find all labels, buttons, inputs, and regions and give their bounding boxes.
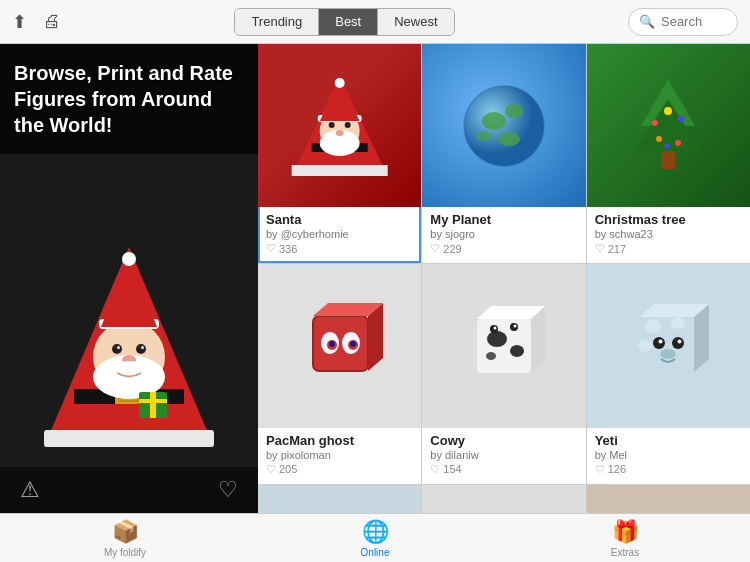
my-foldify-label: My foldify — [104, 547, 146, 558]
figure-thumb-6 — [258, 485, 421, 513]
svg-point-54 — [329, 341, 335, 347]
top-bar-left: ⬆ 🖨 — [12, 11, 61, 33]
figure-author-0: by @cyberhomie — [266, 228, 413, 240]
figure-cell-3[interactable]: PacMan ghost by pixoloman ♡ 205 — [258, 264, 421, 483]
santa-svg — [29, 237, 229, 457]
heart-icon[interactable]: ♡ — [218, 477, 238, 503]
search-box: 🔍 — [628, 8, 738, 36]
svg-point-12 — [113, 361, 145, 377]
segment-control: Trending Best Newest — [234, 8, 454, 36]
svg-point-40 — [664, 107, 672, 115]
figure-thumb-3 — [258, 264, 421, 427]
heart-icon-5: ♡ — [595, 463, 605, 476]
tab-trending[interactable]: Trending — [235, 9, 319, 35]
figure-author-1: by sjogro — [430, 228, 577, 240]
search-input[interactable] — [661, 14, 731, 29]
svg-rect-39 — [661, 151, 675, 169]
extras-icon: 🎁 — [612, 519, 639, 545]
figure-cell-6[interactable]: Feed Me — [258, 485, 421, 513]
svg-point-75 — [678, 339, 682, 343]
heart-icon-0: ♡ — [266, 242, 276, 255]
svg-point-25 — [329, 122, 335, 128]
svg-point-7 — [112, 344, 122, 354]
figure-cell-2[interactable]: Christmas tree by schwa23 ♡ 217 — [587, 44, 750, 263]
figure-likes-5: ♡ 126 — [595, 463, 742, 476]
banner-text: Browse, Print and Rate Figures from Arou… — [14, 60, 244, 138]
figure-likes-1: ♡ 229 — [430, 242, 577, 255]
svg-point-41 — [652, 120, 658, 126]
share-icon[interactable]: ⬆ — [12, 11, 27, 33]
svg-point-70 — [671, 317, 685, 329]
figure-name-5: Yeti — [595, 433, 742, 448]
svg-point-61 — [486, 352, 496, 360]
figure-thumb-0 — [258, 44, 421, 207]
heart-icon-1: ♡ — [430, 242, 440, 255]
svg-marker-14 — [101, 257, 157, 327]
figure-cell-4[interactable]: Cowy by dilaniw ♡ 154 — [422, 264, 585, 483]
figure-cell-8[interactable]: Mammoth — [587, 485, 750, 513]
svg-point-69 — [645, 319, 661, 333]
figure-info-5: Yeti by Mel ♡ 126 — [587, 428, 750, 484]
svg-point-15 — [122, 252, 136, 266]
svg-point-8 — [136, 344, 146, 354]
figure-cell-1[interactable]: My Planet by sjogro ♡ 229 — [422, 44, 585, 263]
svg-point-71 — [638, 340, 652, 352]
santa-figure — [0, 154, 258, 467]
tab-best[interactable]: Best — [319, 9, 378, 35]
figure-info-0: Santa by @cyberhomie ♡ 336 — [258, 207, 421, 263]
heart-icon-2: ♡ — [595, 242, 605, 255]
figure-name-2: Christmas tree — [595, 212, 742, 227]
svg-point-76 — [660, 349, 676, 359]
svg-point-26 — [345, 122, 351, 128]
warning-icon[interactable]: ⚠ — [20, 477, 40, 503]
figure-info-3: PacMan ghost by pixoloman ♡ 205 — [258, 428, 421, 484]
figure-cell-7[interactable]: Krankenwagen (final) — [422, 485, 585, 513]
svg-point-64 — [493, 326, 496, 329]
figure-likes-3: ♡ 205 — [266, 463, 413, 476]
svg-point-42 — [678, 116, 684, 122]
heart-icon-4: ♡ — [430, 463, 440, 476]
figure-author-3: by pixoloman — [266, 449, 413, 461]
main-content: Browse, Print and Rate Figures from Arou… — [0, 44, 750, 513]
svg-point-9 — [117, 346, 120, 349]
figure-cell-5[interactable]: Yeti by Mel ♡ 126 — [587, 264, 750, 483]
figure-name-1: My Planet — [430, 212, 577, 227]
figures-grid: Santa by @cyberhomie ♡ 336 — [258, 44, 750, 513]
figure-likes-4: ♡ 154 — [430, 463, 577, 476]
tab-my-foldify[interactable]: 📦 My foldify — [0, 514, 250, 562]
svg-point-35 — [476, 131, 492, 141]
figure-thumb-8 — [587, 485, 750, 513]
figure-thumb-2 — [587, 44, 750, 207]
figure-author-5: by Mel — [595, 449, 742, 461]
svg-point-44 — [675, 140, 681, 146]
svg-point-45 — [665, 143, 670, 148]
figure-likes-0: ♡ 336 — [266, 242, 413, 255]
svg-point-10 — [141, 346, 144, 349]
svg-point-59 — [487, 331, 507, 347]
right-panel[interactable]: Santa by @cyberhomie ♡ 336 — [258, 44, 750, 513]
figure-thumb-1 — [422, 44, 585, 207]
figure-name-4: Cowy — [430, 433, 577, 448]
online-label: Online — [361, 547, 390, 558]
left-panel: Browse, Print and Rate Figures from Arou… — [0, 44, 258, 513]
extras-label: Extras — [611, 547, 639, 558]
svg-rect-18 — [150, 392, 156, 418]
figure-author-4: by dilaniw — [430, 449, 577, 461]
tab-extras[interactable]: 🎁 Extras — [500, 514, 750, 562]
left-bottom: ⚠ ♡ — [0, 467, 258, 513]
figure-cell-0[interactable]: Santa by @cyberhomie ♡ 336 — [258, 44, 421, 263]
svg-point-74 — [659, 339, 663, 343]
svg-point-34 — [498, 132, 520, 146]
tab-newest[interactable]: Newest — [378, 9, 453, 35]
figure-thumb-4 — [422, 264, 585, 427]
figure-name-0: Santa — [266, 212, 413, 227]
tab-online[interactable]: 🌐 Online — [250, 514, 500, 562]
search-icon: 🔍 — [639, 14, 655, 29]
figure-info-2: Christmas tree by schwa23 ♡ 217 — [587, 207, 750, 263]
figure-info-4: Cowy by dilaniw ♡ 154 — [422, 428, 585, 484]
figure-name-3: PacMan ghost — [266, 433, 413, 448]
top-bar: ⬆ 🖨 Trending Best Newest 🔍 — [0, 0, 750, 44]
svg-rect-1 — [44, 430, 214, 447]
print-icon[interactable]: 🖨 — [43, 11, 61, 32]
figure-author-2: by schwa23 — [595, 228, 742, 240]
